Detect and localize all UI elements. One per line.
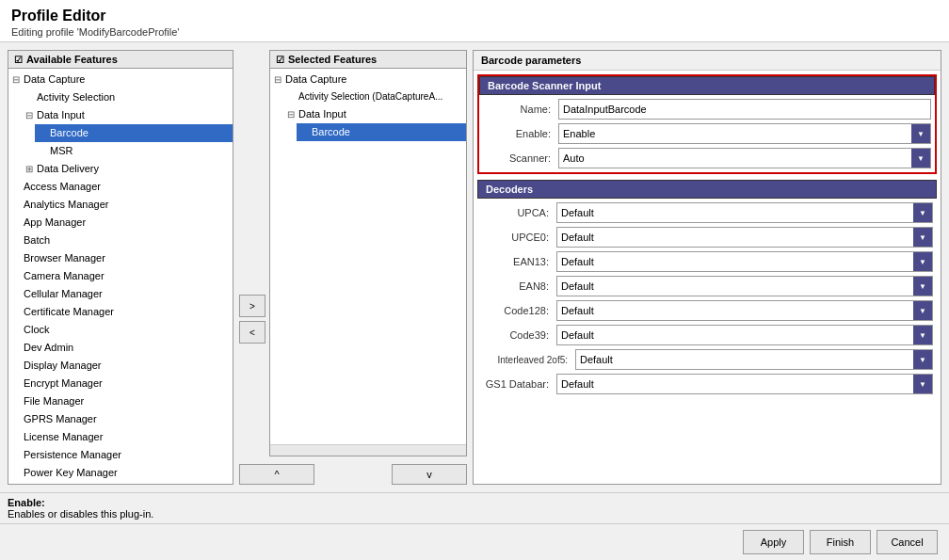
- tree-item-display-manager[interactable]: Display Manager: [8, 357, 233, 375]
- tree-item-cellular-manager[interactable]: Cellular Manager: [8, 285, 233, 303]
- tree-item-camera-manager[interactable]: Camera Manager: [8, 267, 233, 285]
- selected-tree-item-data-input[interactable]: ⊟Data Input: [283, 105, 466, 123]
- available-features-panel: ☑ Available Features ⊟Data Capture Activ…: [8, 50, 233, 485]
- expander-certificate-manager: [12, 305, 24, 320]
- decoder-upca-dropdown[interactable]: ▼: [913, 203, 932, 222]
- tree-item-activity-selection[interactable]: Activity Selection: [22, 88, 233, 106]
- decoder-gs1-dropdown[interactable]: ▼: [913, 375, 932, 393]
- selected-features-tree[interactable]: ⊟Data Capture Activity Selection (DataCa…: [270, 69, 466, 444]
- tree-item-file-manager[interactable]: File Manager: [8, 392, 233, 410]
- decoders-header: Decoders: [477, 180, 937, 199]
- decoder-code39-select: Default ▼: [556, 325, 933, 345]
- enable-dropdown-button[interactable]: ▼: [911, 124, 930, 143]
- tree-item-certificate-manager[interactable]: Certificate Manager: [8, 303, 233, 321]
- tree-item-clock[interactable]: Clock: [8, 321, 233, 339]
- selected-features-checkbox[interactable]: ☑: [276, 55, 284, 65]
- dialog-title: Profile Editor: [11, 8, 938, 24]
- decoder-ean13-select: Default ▼: [556, 251, 933, 272]
- move-up-button[interactable]: ^: [239, 464, 314, 485]
- info-bar: Enable: Enables or disables this plug-in…: [0, 492, 949, 523]
- tree-item-data-input[interactable]: ⊟Data Input: [22, 106, 233, 124]
- dialog-footer: Apply Finish Cancel: [0, 523, 949, 560]
- tree-item-access-manager[interactable]: Access Manager: [8, 178, 233, 196]
- tree-item-power-key-manager[interactable]: Power Key Manager: [8, 464, 233, 482]
- decoder-gs1-select: Default ▼: [556, 374, 933, 394]
- decoder-code128-label: Code128:: [481, 305, 556, 316]
- tree-item-msr[interactable]: MSR: [35, 142, 233, 160]
- decoder-code39-label: Code39:: [481, 329, 556, 341]
- tree-item-encrypt-manager[interactable]: Encrypt Manager: [8, 375, 233, 392]
- expander-data-input[interactable]: ⊟: [25, 108, 37, 123]
- expander-cellular-manager: [12, 287, 24, 302]
- decoder-interleaved-select: Default ▼: [575, 349, 933, 370]
- dialog-title-bar: Profile Editor Editing profile 'ModifyBa…: [0, 0, 949, 42]
- apply-button[interactable]: Apply: [743, 530, 804, 554]
- move-down-button[interactable]: v: [392, 464, 467, 485]
- remove-arrow-button[interactable]: <: [239, 321, 265, 344]
- selected-features-header: ☑ Selected Features: [270, 51, 466, 69]
- selected-tree-item-barcode[interactable]: Barcode: [297, 123, 466, 141]
- decoder-code39-dropdown[interactable]: ▼: [913, 326, 932, 344]
- barcode-scanner-header: Barcode Scanner Input: [479, 76, 935, 95]
- tree-item-barcode[interactable]: Barcode: [35, 124, 233, 142]
- decoder-code128-row: Code128: Default ▼: [477, 300, 937, 321]
- expander-license-manager: [12, 430, 24, 445]
- cancel-button[interactable]: Cancel: [877, 530, 938, 554]
- selected-tree-item-activity-selection[interactable]: Activity Selection (DataCaptureA...: [283, 88, 466, 105]
- expander-display-manager: [12, 359, 24, 374]
- decoder-ean13-dropdown[interactable]: ▼: [913, 252, 932, 271]
- profile-editor-dialog: Profile Editor Editing profile 'ModifyBa…: [0, 0, 949, 560]
- tree-item-data-delivery[interactable]: ⊞Data Delivery: [22, 160, 233, 178]
- decoder-upce0-select: Default ▼: [556, 227, 933, 248]
- available-features-checkbox[interactable]: ☑: [14, 55, 23, 65]
- decoder-code39-row: Code39: Default ▼: [477, 325, 937, 345]
- expander-dev-admin: [12, 341, 24, 356]
- barcode-parameters-content: Barcode Scanner Input Name: Enable: Enab…: [474, 71, 941, 484]
- add-arrow-button[interactable]: >: [239, 295, 265, 317]
- selected-expander-data-capture[interactable]: ⊟: [274, 72, 285, 88]
- selected-expander-data-input[interactable]: ⊟: [287, 107, 298, 122]
- expander-app-manager: [12, 216, 24, 231]
- finish-button[interactable]: Finish: [810, 530, 871, 554]
- selected-features-title: Selected Features: [288, 54, 377, 65]
- available-features-tree[interactable]: ⊟Data Capture Activity Selection ⊟Data I…: [8, 69, 233, 484]
- name-input[interactable]: [558, 99, 931, 120]
- decoder-code128-select: Default ▼: [556, 300, 933, 321]
- decoder-ean13-row: EAN13: Default ▼: [477, 251, 937, 272]
- selected-features-panel: ☑ Selected Features ⊟Data Capture Activi…: [269, 50, 467, 456]
- expander-data-capture[interactable]: ⊟: [12, 72, 24, 88]
- scanner-field-row: Scanner: Auto ▼: [479, 148, 935, 168]
- decoder-upce0-dropdown[interactable]: ▼: [913, 228, 932, 247]
- selected-tree-item-data-capture[interactable]: ⊟Data Capture: [270, 71, 466, 88]
- expander-access-manager: [12, 180, 24, 195]
- decoder-upca-value: Default: [557, 205, 913, 220]
- tree-item-gprs-manager[interactable]: GPRS Manager: [8, 410, 233, 428]
- decoder-code128-dropdown[interactable]: ▼: [913, 301, 932, 320]
- decoder-interleaved-dropdown[interactable]: ▼: [913, 350, 932, 369]
- updown-buttons: ^ v: [239, 460, 467, 485]
- expander-barcode: [39, 126, 50, 141]
- expander-gprs-manager: [12, 412, 24, 427]
- tree-item-browser-manager[interactable]: Browser Manager: [8, 249, 233, 267]
- arrow-buttons: > <: [239, 182, 265, 456]
- tree-item-app-manager[interactable]: App Manager: [8, 214, 233, 232]
- expander-power-key-manager: [12, 466, 24, 481]
- tree-item-batch[interactable]: Batch: [8, 232, 233, 249]
- scanner-dropdown-button[interactable]: ▼: [911, 149, 930, 168]
- info-text: Enables or disables this plug-in.: [8, 508, 153, 520]
- decoder-ean13-value: Default: [557, 254, 913, 269]
- expander-data-delivery[interactable]: ⊞: [25, 162, 37, 177]
- tree-item-data-capture[interactable]: ⊟Data Capture: [8, 71, 233, 88]
- name-field-row: Name:: [479, 99, 935, 120]
- tree-item-dev-admin[interactable]: Dev Admin: [8, 339, 233, 357]
- selected-features-scrollbar[interactable]: [270, 444, 466, 456]
- decoder-upca-select: Default ▼: [556, 202, 933, 223]
- tree-item-analytics-manager[interactable]: Analytics Manager: [8, 196, 233, 214]
- decoder-ean8-dropdown[interactable]: ▼: [913, 277, 932, 296]
- decoder-ean8-row: EAN8: Default ▼: [477, 276, 937, 296]
- tree-item-license-manager[interactable]: License Manager: [8, 428, 233, 446]
- barcode-parameters-header: Barcode parameters: [474, 51, 941, 71]
- tree-item-persistence-manager[interactable]: Persistence Manager: [8, 446, 233, 464]
- decoder-upce0-value: Default: [557, 230, 913, 245]
- decoder-ean8-select: Default ▼: [556, 276, 933, 296]
